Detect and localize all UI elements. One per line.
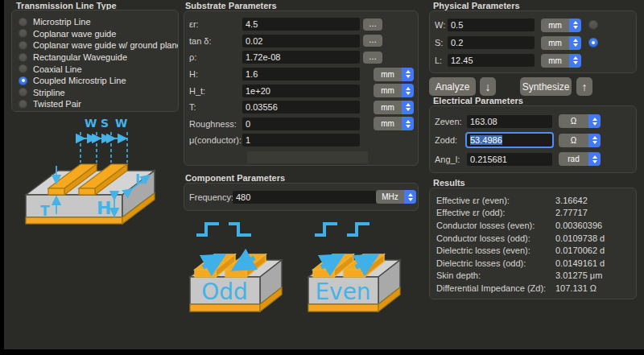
transmission-type-option[interactable]: Twisted Pair [19,98,178,110]
l-field[interactable]: 12.45 [448,54,535,67]
zeven-field[interactable]: 163.08 [467,115,552,128]
parameter-row: T: 0.03556 mm [184,99,418,116]
transmission-type-option[interactable]: Coplanar wave guide w/ ground plane [19,39,178,52]
analyze-button[interactable]: Analyze [429,77,476,96]
unit-dropdown[interactable]: mm [541,19,581,32]
mu-conductor-field[interactable]: 1 [242,134,360,147]
radio-icon[interactable] [19,76,27,85]
rho-field[interactable]: 1.72e-08 [242,51,360,64]
result-row: Effective εr (odd): 2.77717 [436,207,631,220]
radio-icon[interactable] [19,64,27,73]
component-parameters-panel: Frequency: 480 MHz [184,183,419,211]
chevron-up-down-icon [588,152,601,166]
unit-dropdown[interactable]: mm [374,101,414,114]
parameter-row: Roughness: 0 mm [184,116,418,133]
unit-dropdown[interactable]: mm [374,68,414,81]
transmission-type-option[interactable]: Rectangular Waveguide [19,52,178,64]
more-options-button[interactable]: … [363,52,382,64]
w-field[interactable]: 0.5 [448,19,535,31]
chevron-up-down-icon [569,36,581,50]
parameter-row: H_t: 1e+20 mm [184,82,418,99]
tand-field[interactable]: 0.02 [242,35,360,47]
transmission-type-option[interactable]: Stripline [19,87,178,99]
up-arrow-icon: ↑ [582,81,588,93]
coupled-microstrip-diagram: W S W T H L [10,114,171,238]
s-label: S [101,117,109,130]
transmission-line-type-panel: Microstrip Line Coplanar wave guide Copl… [11,10,179,112]
more-options-button[interactable]: … [363,35,382,47]
t-field[interactable]: 0.03556 [242,101,360,114]
synthesize-button[interactable]: Synthesize [520,77,572,96]
parameter-row: S: 0.2 mm [430,34,636,52]
chevron-up-down-icon [569,19,581,32]
results-panel: Effective εr (even): 3.16642 Effective ε… [429,188,637,299]
transmission-type-option[interactable]: Coaxial Line [19,63,178,75]
ht-field[interactable]: 1e+20 [242,85,360,97]
odd-mode-label: Odd [201,279,248,305]
empty-field [247,151,368,163]
h-field[interactable]: 1.6 [242,68,360,80]
radio-icon[interactable] [19,100,27,109]
parameter-row: ρ: 1.72e-08 … [184,49,418,66]
radio-icon[interactable] [19,29,27,38]
unit-dropdown[interactable]: mm [374,84,414,97]
roughness-field[interactable]: 0 [242,118,360,130]
radio-icon[interactable] [19,41,27,50]
even-mode-figure: Even [308,224,400,312]
results-title: Results [433,178,465,188]
component-parameters-title: Component Parameters [185,173,285,183]
more-options-button[interactable]: … [363,19,382,31]
result-row: Conductor losses (odd): 0.0109738 d [436,232,631,245]
analyze-direction-button[interactable]: ↓ [480,77,496,96]
physical-parameters-panel: W: 0.5 mm S: 0.2 mm L: 12.45 mm [429,10,637,73]
er-field[interactable]: 4.5 [242,18,360,31]
odd-even-mode-diagram: Odd Even [184,214,415,322]
s-radio[interactable] [588,38,598,47]
rising-step-icon [315,224,337,235]
unit-dropdown[interactable]: mm [541,54,581,68]
transmission-type-option[interactable]: Microstrip Line [19,16,178,28]
result-row: Skin depth: 3.01275 μm [436,270,631,283]
transmission-type-option[interactable]: Coupled Microstrip Line [19,75,178,87]
even-mode-label: Even [315,279,370,305]
substrate-parameters-title: Substrate Parameters [185,1,277,10]
unit-dropdown[interactable]: MHz [376,190,416,204]
zodd-field[interactable]: 53.4986 [467,134,552,147]
transcalc-window: Transmission Line Type Microstrip Line C… [0,0,644,355]
radio-icon[interactable] [19,18,27,27]
w-radio[interactable] [588,20,598,30]
chevron-up-down-icon [402,84,414,97]
s-field[interactable]: 0.2 [448,36,535,49]
w1-label: W [85,117,97,130]
frequency-field[interactable]: 480 [233,191,376,204]
falling-step-icon [229,224,251,235]
parameter-row: μ(conductor): 1 [184,132,418,149]
unit-dropdown[interactable]: Ω [559,134,601,147]
chevron-up-down-icon [588,114,601,128]
radio-icon[interactable] [19,88,27,97]
chevron-up-down-icon [569,54,581,68]
parameter-row: Zeven: 163.08 Ω [430,112,636,131]
desktop-edge-bottom [0,349,644,355]
angl-field[interactable]: 0.215681 [467,153,552,166]
substrate-parameters-panel: εr: 4.5 … tan δ: 0.02 … ρ: 1.72e-08 … H:… [184,10,419,166]
rising-step-icon [347,224,369,235]
unit-dropdown[interactable]: rad [559,152,601,166]
parameter-row: εr: 4.5 … [184,16,418,33]
parameter-row: tan δ: 0.02 … [184,33,418,50]
parameter-row: L: 12.45 mm [430,52,636,69]
chevron-up-down-icon [588,134,601,147]
l-label: L [135,171,143,187]
h-label: H [97,198,111,218]
unit-dropdown[interactable]: Ω [559,114,601,128]
synthesize-direction-button[interactable]: ↑ [576,77,592,96]
down-arrow-icon: ↓ [485,81,491,93]
unit-dropdown[interactable]: mm [541,36,581,50]
parameter-row: Ang_l: 0.215681 rad [430,150,636,169]
result-row: Effective εr (even): 3.16642 [436,194,631,207]
parameter-row: Zodd: 53.4986 Ω [430,131,636,151]
w2-label: W [115,117,127,130]
unit-dropdown[interactable]: mm [374,117,414,130]
transmission-type-option[interactable]: Coplanar wave guide [19,28,178,40]
radio-icon[interactable] [19,53,27,62]
